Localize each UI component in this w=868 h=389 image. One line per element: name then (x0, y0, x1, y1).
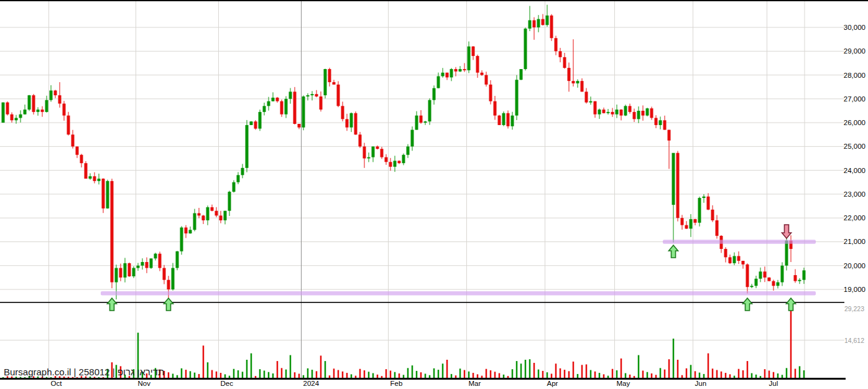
candle-body (132, 268, 136, 276)
volume-bar (560, 368, 561, 378)
volume-bar (390, 370, 392, 378)
volume-bar (420, 372, 422, 378)
candle-body (263, 106, 266, 112)
volume-bar (103, 377, 104, 378)
candle-body (19, 115, 22, 118)
volume-bar (346, 373, 348, 378)
candle-body (337, 85, 340, 106)
candle-body (485, 75, 488, 85)
candle-body (415, 116, 418, 130)
candle-body (267, 101, 270, 106)
volume-bar (412, 365, 413, 378)
candle-body (102, 179, 105, 209)
candle-body (89, 176, 92, 179)
candle-body (128, 263, 131, 276)
candle-body (298, 124, 301, 128)
candle-body (576, 81, 579, 83)
watermark-text: Bursagraph.co.il | 258012 | תדיראן גרופ (4, 367, 164, 377)
volume-bar (325, 361, 326, 378)
candle-body (63, 103, 66, 115)
volume-bar (664, 370, 666, 378)
candle-body (733, 256, 736, 263)
axis-tick-label: 29,223 (844, 305, 864, 312)
volume-bar (459, 368, 461, 378)
candle-body (537, 19, 540, 27)
volume-bar (229, 376, 231, 378)
volume-bar (708, 354, 709, 378)
axis-tick-label: Nov (138, 380, 151, 387)
candle-body (363, 146, 366, 158)
candle-body (794, 275, 797, 281)
candle-body (585, 91, 588, 102)
candle-body (746, 265, 749, 287)
candle-body (446, 73, 449, 78)
volume-bar (194, 373, 196, 378)
volume-bar (190, 371, 192, 378)
volume-bar (338, 370, 339, 378)
candle-body (293, 91, 297, 124)
axis-labels: 30,00029,00028,00027,00026,00025,00024,0… (51, 24, 866, 387)
volume-bar (386, 369, 387, 378)
candle-body (433, 88, 436, 100)
volume-bar (298, 373, 300, 378)
candle-body (28, 95, 31, 110)
candle-body (568, 68, 571, 81)
candle-body (185, 227, 188, 233)
volume-bar (621, 359, 622, 378)
candle-body (624, 106, 627, 115)
candle-body (333, 82, 336, 85)
candle-body (141, 262, 144, 266)
candle-body (198, 213, 201, 216)
volume-bar (773, 372, 775, 378)
volume-bar (512, 369, 514, 378)
volume-bar (320, 355, 322, 378)
volume-bar (416, 371, 418, 378)
volume-bar (394, 372, 396, 378)
candle-body (106, 181, 109, 209)
candle-body (389, 162, 392, 167)
candle-body (672, 153, 675, 205)
volume-bar (786, 368, 788, 378)
volume-bar (425, 373, 427, 378)
candle-body (603, 110, 606, 113)
candle-body (259, 112, 262, 129)
sell-signal-arrow-icon (782, 225, 792, 238)
volume-bar (238, 370, 239, 378)
candle-body (420, 116, 423, 123)
candle-body (472, 47, 475, 56)
candle-body (24, 110, 27, 115)
volume-bar (542, 371, 544, 378)
volume-bar (446, 360, 448, 378)
axis-tick-label: 27,000 (844, 95, 866, 103)
volume-bar (738, 369, 740, 378)
candle-body (145, 262, 149, 268)
volume-bar (364, 370, 366, 378)
volume-bar (668, 359, 670, 378)
candle-body (764, 271, 767, 278)
candle-body (350, 113, 353, 128)
candle-body (6, 103, 9, 115)
candle-body (759, 271, 762, 278)
volume-bar (381, 376, 383, 378)
candle-body (650, 108, 653, 118)
candle-body (32, 95, 35, 112)
volume-bar (403, 375, 405, 378)
volume-bar (529, 359, 531, 378)
candle-body (502, 113, 506, 125)
candle-body (285, 99, 288, 115)
gridlines (0, 1, 844, 378)
volume-bar (538, 370, 540, 378)
volume-bar (477, 374, 479, 378)
volume-bar (233, 369, 235, 378)
candle-body (280, 101, 284, 115)
candle-body (407, 146, 410, 154)
volume-bar (285, 370, 287, 378)
volume-bar (464, 370, 466, 378)
candle-body (489, 85, 492, 101)
candle-body (150, 258, 153, 268)
candle-body (119, 268, 122, 278)
volume-bar (616, 370, 618, 378)
candle-body (137, 266, 140, 268)
candle-body (315, 94, 318, 96)
volume-bar (329, 375, 331, 378)
